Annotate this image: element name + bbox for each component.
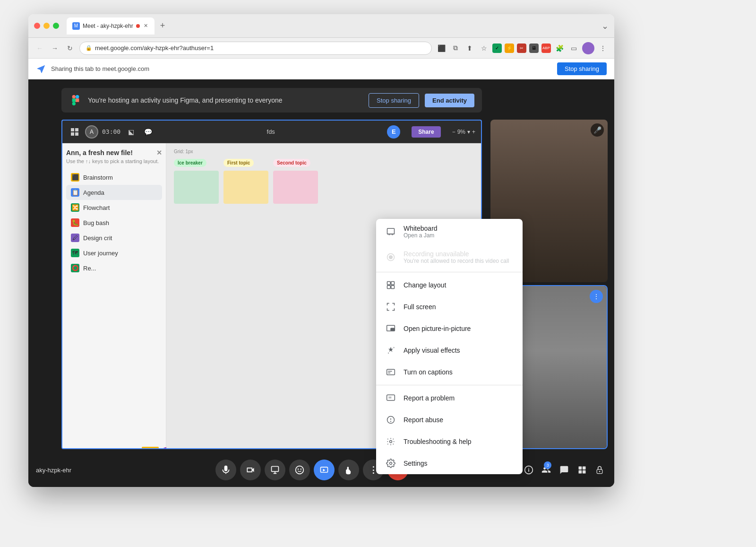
sidebar-item-brainstorm[interactable]: ⬛ Brainstorm	[66, 170, 162, 185]
tab-close-button[interactable]: ✕	[143, 22, 149, 30]
userjourney-icon: 🗺	[71, 249, 79, 257]
forward-button[interactable]: →	[49, 43, 60, 54]
lock-icon: 🔒	[86, 45, 92, 51]
title-bar: M Meet - aky-hzpk-ehr ✕ + ⌄	[28, 14, 614, 38]
menu-item-captions[interactable]: Turn on captions	[376, 361, 523, 383]
meet-lock-button[interactable]	[593, 460, 607, 480]
sidebar-item-re[interactable]: ⭕ Re...	[66, 260, 162, 276]
url-bar[interactable]: 🔒 meet.google.com/aky-hzpk-ehr?authuser=…	[79, 42, 432, 55]
new-tab-button[interactable]: +	[156, 19, 169, 33]
svg-rect-43	[387, 286, 391, 289]
participant-2-more-options-icon[interactable]: ⋮	[590, 290, 603, 303]
menu-item-report-problem[interactable]: Report a problem	[376, 387, 523, 409]
bookmark-icon[interactable]: ☆	[478, 43, 490, 54]
ext-orange-icon[interactable]: ⚡	[505, 43, 514, 53]
ext-abp-icon[interactable]: ABP	[541, 43, 551, 53]
window-controls-icon[interactable]: ⌄	[601, 21, 609, 31]
refresh-button[interactable]: ↻	[64, 43, 76, 54]
menu-item-effects[interactable]: Apply visual effects	[376, 339, 523, 361]
ext-monitor-icon[interactable]: 🖥	[529, 43, 539, 53]
sidebar-item-flowchart[interactable]: 🔀 Flowchart	[66, 200, 162, 215]
menu-item-settings[interactable]: Settings	[376, 452, 523, 474]
sticky-tags-row: Ice breaker First topic Second topic	[174, 158, 473, 204]
change-layout-icon	[386, 280, 396, 290]
svg-rect-5	[71, 128, 74, 131]
meet-activities-button[interactable]	[575, 460, 589, 480]
figma-user-avatar: A	[85, 125, 98, 139]
tab-area: M Meet - aky-hzpk-ehr ✕ +	[67, 17, 598, 35]
menu-item-fullscreen[interactable]: Full screen	[376, 296, 523, 318]
zoom-plus-icon[interactable]: +	[472, 129, 475, 135]
figma-chat-icon[interactable]: 💬	[141, 125, 155, 139]
zoom-dropdown-icon[interactable]: ▾	[467, 129, 470, 135]
figma-menu-icon[interactable]	[68, 125, 81, 139]
sharing-icon	[36, 64, 46, 74]
sidebar-item-label: Brainstorm	[83, 174, 113, 181]
svg-rect-19	[272, 467, 279, 472]
sidebar-icon[interactable]: ▭	[568, 43, 579, 54]
meet-present-active-button[interactable]	[314, 460, 335, 480]
report-abuse-icon	[386, 415, 396, 425]
menu-item-change-layout[interactable]: Change layout	[376, 274, 523, 296]
menu-item-whiteboard[interactable]: Whiteboard Open a Jam	[376, 219, 523, 244]
whiteboard-text: Whiteboard Open a Jam	[404, 225, 438, 239]
figma-sidebar-title: Ann, a fresh new file!	[66, 149, 133, 156]
meet-chat-button[interactable]	[557, 460, 571, 480]
svg-rect-35	[387, 228, 395, 234]
sidebar-item-designcrit[interactable]: 🖊 Design crit	[66, 230, 162, 245]
sidebar-item-label: User journey	[83, 250, 118, 257]
figma-layout-icon[interactable]: ⬕	[124, 125, 137, 139]
sidebar-item-agenda[interactable]: 📋 Agenda	[66, 185, 162, 200]
meet-people-button[interactable]: 3	[540, 460, 554, 480]
ext-cut-icon[interactable]: ✂	[517, 43, 526, 53]
sidebar-item-label: Flowchart	[83, 204, 110, 211]
meet-emoji-button[interactable]	[289, 460, 310, 480]
minimize-button[interactable]	[43, 23, 50, 29]
back-button[interactable]: ←	[34, 43, 45, 54]
stop-sharing-activity-button[interactable]: Stop sharing	[369, 93, 419, 108]
ext-green-icon[interactable]: ✓	[492, 43, 502, 53]
share-icon[interactable]: ⬆	[464, 43, 475, 54]
extensions-icon[interactable]: 🧩	[554, 43, 565, 54]
sidebar-item-bugbash[interactable]: 🐛 Bug bash	[66, 215, 162, 230]
end-activity-button[interactable]: End activity	[425, 94, 474, 107]
close-button[interactable]	[34, 23, 40, 29]
profile-avatar[interactable]	[582, 42, 594, 54]
menu-item-report-abuse[interactable]: Report abuse	[376, 409, 523, 431]
menu-item-recording: Recording unavailable You're not allowed…	[376, 244, 523, 270]
effects-icon	[386, 345, 396, 356]
figma-zoom-control[interactable]: − 9% ▾ +	[452, 129, 475, 135]
sticky-card-1	[174, 171, 219, 204]
meet-present-button[interactable]	[265, 460, 285, 480]
sticky-card-3	[273, 171, 318, 204]
cast-icon[interactable]: ⬛	[436, 43, 447, 54]
troubleshooting-label: Troubleshooting & help	[404, 438, 471, 445]
change-layout-label: Change layout	[404, 281, 446, 289]
meet-toolbar: aky-hzpk-ehr	[28, 453, 614, 487]
browser-stop-sharing-button[interactable]: Stop sharing	[557, 62, 607, 75]
fullscreen-label: Full screen	[404, 303, 436, 311]
meet-camera-button[interactable]	[240, 460, 261, 480]
zoom-minus-icon[interactable]: −	[452, 129, 455, 135]
report-problem-icon	[386, 393, 396, 403]
menu-item-troubleshooting[interactable]: Troubleshooting & help	[376, 431, 523, 452]
meet-mic-button[interactable]	[215, 460, 236, 480]
activity-text: You're hosting an activity using Figma, …	[88, 96, 363, 104]
figma-sidebar-hint: Use the ↑↓ keys to pick a starting layou…	[66, 158, 162, 164]
svg-rect-41	[387, 282, 391, 285]
traffic-lights	[34, 23, 59, 29]
chrome-menu-icon[interactable]: ⋮	[597, 43, 609, 54]
maximize-button[interactable]	[53, 23, 59, 29]
meet-info-button[interactable]	[522, 460, 536, 480]
figma-sidebar-close-icon[interactable]: ✕	[156, 149, 162, 156]
meet-hand-button[interactable]	[338, 460, 359, 480]
sidebar-item-userjourney[interactable]: 🗺 User journey	[66, 245, 162, 260]
svg-rect-46	[391, 328, 395, 330]
active-tab[interactable]: M Meet - aky-hzpk-ehr ✕	[67, 17, 155, 35]
figma-user-e: E	[387, 125, 400, 139]
figma-share-button[interactable]: Share	[412, 126, 440, 138]
svg-rect-31	[578, 470, 582, 474]
menu-item-pip[interactable]: Open picture-in-picture	[376, 318, 523, 339]
report-abuse-label: Report abuse	[404, 416, 443, 424]
open-tab-icon[interactable]: ⧉	[450, 43, 461, 54]
